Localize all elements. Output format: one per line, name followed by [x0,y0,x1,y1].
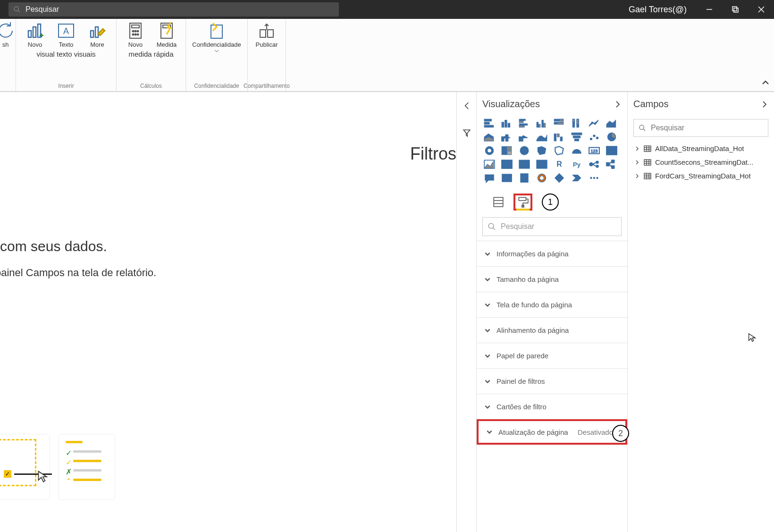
viz-stacked-bar[interactable] [482,117,496,129]
maximize-button[interactable] [722,0,748,19]
more-visuals-button[interactable]: More [83,21,111,48]
viz-waterfall[interactable] [552,131,566,143]
novo-visual-button[interactable]: Novo [21,21,49,48]
viz-map[interactable] [517,144,531,157]
viz-100-stacked-bar[interactable] [552,117,566,129]
svg-line-118 [643,129,645,131]
svg-rect-124 [644,160,651,165]
viz-python[interactable]: Py [570,158,584,170]
svg-rect-33 [505,120,507,127]
filter-icon[interactable] [463,129,471,137]
viz-decomposition-tree[interactable] [605,158,619,170]
viz-shape-map[interactable] [552,144,566,157]
viz-smart-narrative[interactable] [500,172,514,184]
viz-table[interactable] [517,158,531,170]
fields-search[interactable]: Pesquisar [633,119,768,137]
viz-paginated[interactable] [517,172,531,184]
chevron-down-icon [484,251,491,257]
viz-multi-row-card[interactable] [605,144,619,157]
svg-rect-38 [519,126,524,127]
viz-100-stacked-column[interactable] [570,117,584,129]
format-tab[interactable] [513,194,532,211]
viz-pie[interactable] [605,131,619,143]
viz-power-automate[interactable] [570,172,584,184]
close-button[interactable] [748,0,774,19]
viz-stacked-area[interactable] [482,131,496,143]
table-item[interactable]: AllData_StreamingData_Hot [628,142,774,155]
viz-line-clustered-column[interactable] [517,131,531,143]
svg-rect-57 [560,137,562,141]
chevron-down-icon [214,48,219,54]
chevron-down-icon [484,404,491,410]
svg-point-106 [540,176,544,180]
fields-tab[interactable] [489,194,508,211]
viz-gauge[interactable] [570,144,584,157]
viz-donut[interactable] [482,144,496,157]
viz-funnel[interactable] [570,131,584,143]
viz-treemap[interactable] [500,144,514,157]
viz-key-influencers[interactable] [587,158,601,170]
svg-rect-37 [519,124,527,125]
search-icon [13,6,21,13]
user-label[interactable]: Gael Torres(@) [629,5,687,15]
canvas-subtext: painel Campos na tela de relatório. [0,267,456,279]
viz-more[interactable] [587,172,601,184]
viz-clustered-bar[interactable] [517,117,531,129]
table-item[interactable]: Count5secons_StreamingDat... [628,155,774,169]
format-search[interactable]: Pesquisar [482,217,622,236]
chevron-left-icon[interactable] [463,101,471,110]
svg-rect-129 [644,173,651,179]
viz-card[interactable]: 123 [587,144,601,157]
viz-qna[interactable] [482,172,496,184]
table-item[interactable]: FordCars_StreamingData_Hot [628,169,774,183]
viz-scatter[interactable] [587,131,601,143]
viz-stacked-column[interactable] [500,117,514,129]
format-page-refresh[interactable]: Atualização de página Desativado 2 [477,419,627,445]
viz-kpi[interactable] [482,158,496,170]
format-page-background[interactable]: Tela de fundo da página [477,292,627,317]
format-filter-pane[interactable]: Painel de filtros [477,368,627,394]
minimize-button[interactable] [696,0,722,19]
texto-button[interactable]: A Texto [52,21,80,48]
svg-rect-59 [573,136,580,138]
viz-line[interactable] [587,117,601,129]
report-canvas[interactable]: com seus dados. painel Campos na tela de… [0,92,457,532]
svg-rect-119 [644,146,651,152]
viz-ribbon[interactable] [535,131,549,143]
global-search[interactable]: Pesquisar [8,2,339,17]
chevron-right-icon[interactable] [614,101,622,108]
svg-rect-15 [95,27,98,37]
viz-matrix[interactable] [535,158,549,170]
format-page-alignment[interactable]: Alinhamento da página [477,317,627,343]
svg-point-93 [596,165,598,167]
chevron-right-icon[interactable] [761,101,768,108]
format-wallpaper[interactable]: Papel de parede [477,343,627,368]
svg-rect-34 [508,123,510,127]
confidencialidade-button[interactable]: Confidencialidade [191,21,243,54]
refresh-button[interactable]: sh [0,21,13,48]
svg-rect-8 [33,27,36,37]
svg-rect-103 [522,178,524,181]
svg-rect-86 [537,160,547,168]
search-icon [488,222,496,231]
viz-r[interactable]: R [552,158,566,170]
svg-rect-44 [559,119,564,121]
svg-line-91 [593,164,597,166]
svg-rect-30 [484,122,489,124]
nova-medida-button[interactable]: Novo [121,21,150,48]
viz-line-stacked-column[interactable] [500,131,514,143]
format-filter-cards[interactable]: Cartões de filtro [477,394,627,419]
viz-power-apps[interactable] [552,172,566,184]
svg-rect-46 [557,122,564,124]
viz-filled-map[interactable] [535,144,549,157]
viz-arcgis[interactable] [535,172,549,184]
viz-area[interactable] [605,117,619,129]
publicar-button[interactable]: Publicar [252,21,281,48]
format-page-size[interactable]: Tamanho da página [477,266,627,292]
viz-slicer[interactable] [500,158,514,170]
ribbon-collapse-button[interactable] [762,79,769,88]
format-page-info[interactable]: Informações da página [477,241,627,266]
table-icon [644,159,651,166]
medida-rapida-button[interactable]: Medida [152,21,181,48]
viz-clustered-column[interactable] [535,117,549,129]
